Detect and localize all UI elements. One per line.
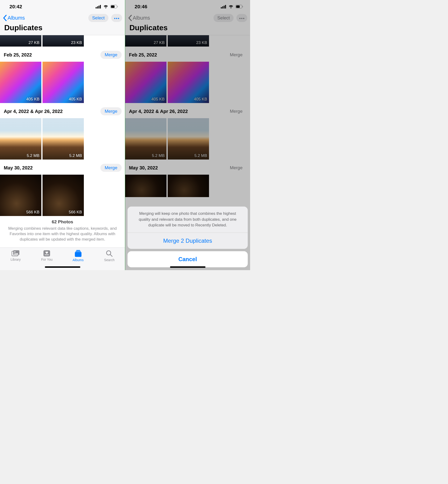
merge-button[interactable]: Merge — [100, 164, 122, 172]
merge-button[interactable]: Merge — [100, 107, 122, 115]
thumb-size: 5.2 MB — [69, 153, 82, 158]
photo-thumb[interactable]: 5.2 MB — [0, 118, 41, 160]
svg-point-7 — [114, 18, 115, 19]
svg-point-12 — [14, 251, 16, 253]
summary-body: Merging combines relevant data like capt… — [8, 226, 117, 242]
home-indicator[interactable] — [45, 266, 80, 268]
photo-thumb[interactable]: 5.2 MB — [42, 118, 84, 160]
svg-point-8 — [116, 18, 117, 19]
tab-library[interactable]: Library — [0, 250, 31, 270]
wifi-icon — [103, 5, 108, 8]
svg-rect-5 — [111, 5, 114, 8]
photo-thumb[interactable]: 566 KB — [42, 175, 84, 216]
thumb-size: 23 KB — [71, 41, 82, 45]
thumb-size: 566 KB — [69, 210, 82, 215]
group-date: May 30, 2022 — [4, 165, 32, 171]
albums-icon — [74, 250, 82, 257]
merge-button[interactable]: Merge — [100, 51, 122, 59]
cellular-icon — [96, 5, 101, 8]
page-title: Duplicates — [0, 23, 125, 35]
thumb-row: 566 KB 566 KB — [0, 175, 125, 216]
tab-label: Search — [104, 258, 114, 262]
cancel-button[interactable]: Cancel — [128, 251, 248, 267]
summary: 62 Photos Merging combines relevant data… — [0, 216, 125, 246]
svg-rect-3 — [100, 5, 101, 8]
back-button[interactable]: Albums — [3, 15, 25, 21]
svg-rect-15 — [76, 250, 80, 251]
thumb-size: 566 KB — [26, 210, 40, 215]
svg-rect-1 — [97, 6, 98, 8]
battery-icon — [110, 5, 118, 8]
group-date: Apr 4, 2022 & Apr 26, 2022 — [4, 109, 63, 114]
ellipsis-icon — [114, 17, 119, 19]
thumb-size: 405 KB — [26, 97, 40, 102]
search-icon — [106, 250, 113, 257]
photo-thumb[interactable]: 23 KB — [42, 35, 84, 47]
group-header: May 30, 2022 Merge — [0, 160, 125, 175]
sheet-message: Merging will keep one photo that combine… — [128, 206, 248, 233]
svg-rect-16 — [76, 251, 81, 252]
select-button[interactable]: Select — [88, 14, 108, 22]
photo-thumb[interactable]: 405 KB — [0, 62, 41, 103]
content[interactable]: 27 KB 23 KB Feb 25, 2022 Merge 405 KB 40… — [0, 35, 125, 246]
svg-point-9 — [118, 18, 119, 19]
foryou-icon — [43, 250, 50, 257]
photo-thumb[interactable]: 566 KB — [0, 175, 41, 216]
nav-bar: Albums Select — [0, 13, 125, 23]
library-icon — [12, 250, 20, 257]
svg-rect-14 — [45, 254, 49, 255]
thumb-row: 405 KB 405 KB — [0, 62, 125, 103]
tab-label: Albums — [72, 258, 84, 262]
photo-count: 62 Photos — [7, 219, 118, 225]
status-bar: 20:42 — [0, 0, 125, 13]
group-header: Apr 4, 2022 & Apr 26, 2022 Merge — [0, 103, 125, 118]
more-button[interactable] — [111, 14, 122, 22]
svg-rect-2 — [98, 6, 99, 8]
home-indicator[interactable] — [170, 266, 206, 268]
tab-label: For You — [41, 258, 52, 261]
photo-thumb[interactable]: 405 KB — [42, 62, 84, 103]
tab-label: Library — [11, 258, 21, 261]
status-time: 20:42 — [9, 4, 22, 9]
svg-rect-0 — [96, 7, 96, 8]
nav-actions: Select — [88, 14, 122, 22]
thumb-row: 5.2 MB 5.2 MB — [0, 118, 125, 160]
back-label: Albums — [8, 15, 25, 21]
tab-bar: Library For You Albums Search — [0, 247, 125, 270]
thumb-size: 405 KB — [69, 97, 82, 102]
tab-search[interactable]: Search — [94, 250, 125, 270]
status-icons — [96, 5, 118, 8]
action-sheet: Merging will keep one photo that combine… — [128, 206, 248, 267]
screen-right: 20:46 Albums Select Duplicates 27 K — [125, 0, 250, 270]
chevron-left-icon — [3, 15, 7, 21]
screen-left: 20:42 Albums Select Duplicates 27 KB 23 … — [0, 0, 125, 270]
thumb-size: 27 KB — [29, 41, 40, 45]
svg-rect-6 — [117, 6, 118, 7]
sheet-block: Merging will keep one photo that combine… — [128, 206, 248, 249]
svg-line-19 — [110, 254, 112, 256]
thumb-size: 5.2 MB — [27, 153, 40, 158]
photo-thumb[interactable]: 27 KB — [0, 35, 41, 47]
merge-duplicates-button[interactable]: Merge 2 Duplicates — [128, 233, 248, 249]
thumb-row-partial: 27 KB 23 KB — [0, 35, 125, 47]
svg-rect-17 — [75, 252, 81, 257]
group-date: Feb 25, 2022 — [4, 52, 32, 58]
group-header: Feb 25, 2022 Merge — [0, 47, 125, 62]
